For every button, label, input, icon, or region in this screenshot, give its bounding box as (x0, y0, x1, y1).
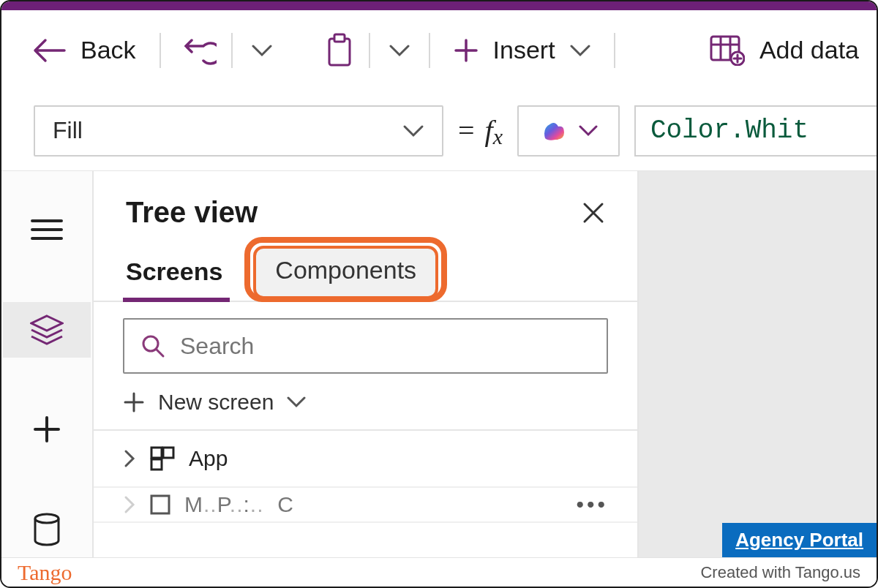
panel-title: Tree view (126, 196, 258, 229)
formula-text: Color.Whit (650, 116, 808, 146)
plus-icon (33, 415, 61, 443)
clipboard-icon (325, 33, 354, 68)
window-titlebar (1, 1, 877, 10)
layers-icon (30, 314, 64, 345)
hamburger-button[interactable] (3, 202, 91, 258)
canvas-area[interactable]: Agency Portal (639, 171, 877, 557)
arrow-left-icon (32, 38, 66, 63)
insert-button[interactable]: Insert (440, 27, 604, 74)
plus-icon (454, 38, 479, 63)
property-selector[interactable]: Fill (34, 105, 443, 157)
separator (369, 33, 370, 68)
tree-item-app[interactable]: App (94, 431, 637, 488)
new-screen-button[interactable]: New screen (94, 380, 637, 431)
chevron-down-icon (287, 396, 306, 409)
footer-credit: Created with Tango.us (700, 563, 860, 582)
screen-icon (149, 494, 171, 516)
table-plus-icon (710, 35, 745, 66)
tree-item-label: App (189, 446, 228, 471)
chevron-down-icon (402, 124, 424, 138)
paste-button[interactable] (312, 27, 359, 74)
separator (231, 33, 233, 68)
tree-item-screen[interactable]: M..P..:.. C ••• (94, 488, 637, 523)
undo-menu[interactable] (243, 27, 281, 74)
tree-view-panel: Tree view Screens Components (94, 171, 639, 557)
fx-icon[interactable]: fx (485, 113, 503, 148)
svg-rect-9 (151, 496, 169, 513)
footer: Tango Created with Tango.us (1, 557, 877, 587)
app-frame: Back (0, 0, 878, 588)
copilot-button[interactable] (517, 105, 620, 157)
search-icon (140, 333, 165, 358)
property-name: Fill (53, 117, 83, 144)
separator (614, 33, 615, 68)
command-bar: Back (1, 10, 877, 91)
svg-point-4 (35, 514, 59, 523)
undo-button[interactable] (171, 27, 221, 74)
tab-screens[interactable]: Screens (123, 249, 239, 301)
back-label: Back (80, 36, 136, 64)
tutorial-highlight: Components (253, 241, 438, 301)
back-button[interactable]: Back (19, 27, 149, 74)
undo-icon (184, 36, 217, 65)
agency-portal-label: Agency Portal (735, 529, 863, 551)
close-panel-button[interactable] (582, 201, 605, 225)
chevron-down-icon (389, 44, 410, 57)
plus-icon (123, 391, 145, 413)
agency-portal-link[interactable]: Agency Portal (722, 523, 877, 557)
workspace: Tree view Screens Components (1, 171, 877, 557)
svg-rect-6 (151, 448, 162, 458)
fx-label: = fx (458, 113, 503, 148)
separator (429, 33, 430, 68)
formula-input[interactable]: Color.Whit (634, 105, 877, 157)
app-icon (149, 445, 176, 472)
more-icon[interactable]: ••• (576, 492, 608, 517)
insert-label: Insert (493, 36, 555, 64)
add-data-label: Add data (759, 36, 859, 64)
panel-tabs: Screens Components (94, 248, 637, 302)
tango-logo: Tango (18, 560, 72, 585)
tree-view-rail[interactable] (3, 302, 91, 358)
tab-screens-label: Screens (126, 257, 222, 285)
search-input[interactable] (180, 333, 590, 360)
close-icon (582, 201, 605, 225)
tab-components[interactable]: Components (253, 246, 438, 299)
tab-components-label: Components (275, 256, 416, 284)
equals-icon: = (458, 113, 475, 148)
paste-menu[interactable] (380, 27, 419, 74)
svg-rect-8 (163, 448, 173, 458)
formula-bar: Fill = fx Color (1, 91, 877, 171)
search-box[interactable] (123, 318, 608, 374)
chevron-down-icon (252, 44, 272, 57)
left-rail (1, 171, 94, 557)
chevron-down-icon (579, 124, 598, 137)
chevron-right-icon[interactable] (123, 495, 136, 514)
chevron-down-icon (570, 44, 590, 57)
separator (160, 33, 161, 68)
chevron-right-icon[interactable] (123, 449, 136, 468)
insert-rail[interactable] (3, 402, 91, 458)
svg-rect-7 (151, 459, 162, 470)
database-icon (32, 513, 61, 546)
hamburger-icon (31, 218, 63, 241)
new-screen-label: New screen (158, 390, 274, 415)
tree-item-label: M..P..:.. C (184, 492, 294, 517)
add-data-button[interactable]: Add data (697, 27, 859, 74)
copilot-icon (539, 116, 569, 146)
svg-rect-1 (334, 34, 345, 42)
data-rail[interactable] (3, 502, 91, 558)
